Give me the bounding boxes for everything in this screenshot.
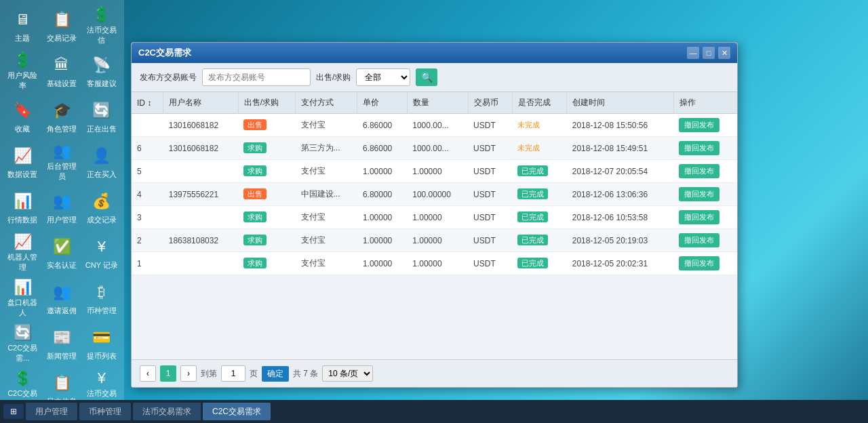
search-button[interactable]: 🔍 <box>416 68 437 86</box>
sidebar-item-label: 后台管理员 <box>45 161 78 182</box>
action-button[interactable]: 撤回发布 <box>679 118 719 132</box>
taskbar-tab-coin-management[interactable]: 币种管理 <box>79 403 131 420</box>
sidebar-item-customer-service[interactable]: 📡 客服建议 <box>83 49 121 93</box>
sidebar-item-kyc[interactable]: ✅ 实名认证 <box>43 230 81 275</box>
theme-icon: 🖥 <box>10 7 35 32</box>
sidebar-item-label: 客服建议 <box>87 79 117 89</box>
sidebar-item-label: 主题 <box>15 33 30 43</box>
sidebar-item-label: 收藏 <box>15 124 30 134</box>
role-management-icon: 🎓 <box>50 98 74 123</box>
sidebar-item-robot-management[interactable]: 📈 机器人管理 <box>3 230 41 275</box>
trade-type-select[interactable]: 全部 出售 求购 <box>356 68 410 86</box>
table-row: 3 求购 支付宝 1.00000 1.00000 USDT 已完成 2018-1… <box>132 206 737 229</box>
search-icon: 🔍 <box>421 72 433 83</box>
sidebar-item-withdraw-list[interactable]: 💳 提币列表 <box>83 321 121 365</box>
cell-created-time: 2018-12-07 20:05:54 <box>567 160 673 183</box>
coin-management-icon: ₿ <box>90 280 114 304</box>
sidebar-item-c2c-demand[interactable]: 🔄 C2C交易需... <box>3 321 41 365</box>
sidebar-item-data-settings[interactable]: 📈 数据设置 <box>3 140 41 184</box>
window-title: C2C交易需求 <box>138 47 191 59</box>
window-controls: — □ ✕ <box>687 47 730 59</box>
sidebar-item-role-management[interactable]: 🎓 角色管理 <box>43 94 81 138</box>
cell-price: 6.80000 <box>357 183 407 206</box>
action-button[interactable]: 撤回发布 <box>679 141 719 155</box>
cell-status: 已完成 <box>512 229 566 252</box>
table-row: 5 求购 支付宝 1.00000 1.00000 USDT 已完成 2018-1… <box>132 160 737 183</box>
sidebar-item-buying[interactable]: 👤 正在买入 <box>83 140 121 184</box>
cell-action: 撤回发布 <box>673 114 737 137</box>
col-quantity: 数量 <box>407 92 468 114</box>
taskbar-tab-user-management[interactable]: 用户管理 <box>26 403 77 420</box>
action-button[interactable]: 撤回发布 <box>679 164 719 178</box>
sidebar-item-admin[interactable]: 👥 后台管理员 <box>43 140 81 184</box>
total-count: 共 7 条 <box>293 368 318 380</box>
action-button[interactable]: 撤回发布 <box>679 187 719 201</box>
next-page-button[interactable]: › <box>180 365 197 382</box>
cny-record-icon: ¥ <box>90 235 114 259</box>
sidebar-item-theme[interactable]: 🖥 主题 <box>3 3 41 47</box>
cell-payment: 支付宝 <box>296 252 357 275</box>
status-badge: 未完成 <box>517 121 540 129</box>
start-button[interactable]: ⊞ <box>3 404 24 419</box>
page-1-button[interactable]: 1 <box>160 365 176 382</box>
col-status: 是否完成 <box>512 92 566 114</box>
goto-confirm-button[interactable]: 确定 <box>262 366 289 382</box>
kyc-icon: ✅ <box>50 235 74 259</box>
cell-username: 13016068182 <box>163 137 238 160</box>
start-icon: ⊞ <box>10 407 17 416</box>
window-titlebar: C2C交易需求 — □ ✕ <box>132 43 737 63</box>
sender-input[interactable] <box>202 68 311 86</box>
sidebar-item-basic-settings[interactable]: 🏛 基础设置 <box>43 49 81 93</box>
action-button[interactable]: 撤回发布 <box>679 256 719 270</box>
cell-currency: USDT <box>468 252 512 275</box>
sidebar-item-user-management[interactable]: 👥 用户管理 <box>43 185 81 229</box>
table-row: 2 18638108032 求购 支付宝 1.00000 1.00000 USD… <box>132 229 737 252</box>
sidebar-item-selling[interactable]: 🔄 正在出售 <box>83 94 121 138</box>
sidebar-item-user-risk[interactable]: 💲 用户风险率 <box>3 49 41 93</box>
sidebar-item-collection[interactable]: 🔖 收藏 <box>3 94 41 138</box>
page-unit: 页 <box>250 368 258 380</box>
sidebar-item-market-robot[interactable]: 📊 盘口机器人 <box>3 276 41 320</box>
table-row: 13016068182 出售 支付宝 6.86000 1000.00... US… <box>132 114 737 137</box>
sidebar-item-coin-management[interactable]: ₿ 币种管理 <box>83 276 121 320</box>
col-currency: 交易币 <box>468 92 512 114</box>
sidebar-item-news[interactable]: 📰 新闻管理 <box>43 321 81 365</box>
sidebar-item-label: 新闻管理 <box>47 351 77 361</box>
cell-currency: USDT <box>468 160 512 183</box>
sidebar-item-label: 行情数据 <box>7 215 37 225</box>
prev-page-button[interactable]: ‹ <box>140 365 156 382</box>
sidebar-item-label: 基础设置 <box>47 79 77 89</box>
cell-username <box>163 206 238 229</box>
taskbar-tab-c2c-demand[interactable]: C2C交易需求 <box>203 403 271 420</box>
sidebar-item-cny-record[interactable]: ¥ CNY 记录 <box>83 230 121 275</box>
basic-settings-icon: 🏛 <box>50 53 74 77</box>
sidebar-item-invite[interactable]: 👥 邀请返佣 <box>43 276 81 320</box>
close-button[interactable]: ✕ <box>718 47 730 59</box>
cell-id: 3 <box>132 206 163 229</box>
main-window: C2C交易需求 — □ ✕ 发布方交易账号 出售/求购 全部 出售 求购 🔍 <box>131 42 738 388</box>
sidebar-item-trade-record[interactable]: 📋 交易记录 <box>43 3 81 47</box>
sidebar-item-market-data[interactable]: 📊 行情数据 <box>3 185 41 229</box>
sidebar-item-label: 提币列表 <box>87 351 117 361</box>
fiat-trade-icon: 💲 <box>90 6 114 24</box>
status-badge: 已完成 <box>517 212 548 222</box>
minimize-button[interactable]: — <box>687 47 699 59</box>
action-button[interactable]: 撤回发布 <box>679 233 719 247</box>
goto-label: 到第 <box>201 368 217 380</box>
taskbar-tab-fiat-demand[interactable]: 法币交易需求 <box>133 403 201 420</box>
cell-created-time: 2018-12-06 10:53:58 <box>567 206 673 229</box>
cell-trade-type: 求购 <box>238 160 295 183</box>
action-button[interactable]: 撤回发布 <box>679 210 719 224</box>
sidebar-item-fiat-trade[interactable]: 💲 法币交易信 <box>83 3 121 47</box>
cell-payment: 支付宝 <box>296 206 357 229</box>
sidebar-item-deal-record[interactable]: 💰 成交记录 <box>83 185 121 229</box>
cell-quantity: 1.00000 <box>407 160 468 183</box>
sidebar-item-label: 法币交易信 <box>85 25 118 45</box>
cell-trade-type: 出售 <box>238 114 295 137</box>
goto-page-input[interactable] <box>221 365 245 382</box>
cell-quantity: 1000.00... <box>407 137 468 160</box>
page-size-select[interactable]: 10 条/页 20 条/页 50 条/页 <box>322 365 373 382</box>
maximize-button[interactable]: □ <box>703 47 715 59</box>
status-badge: 已完成 <box>517 165 548 176</box>
col-action: 操作 <box>673 92 737 114</box>
